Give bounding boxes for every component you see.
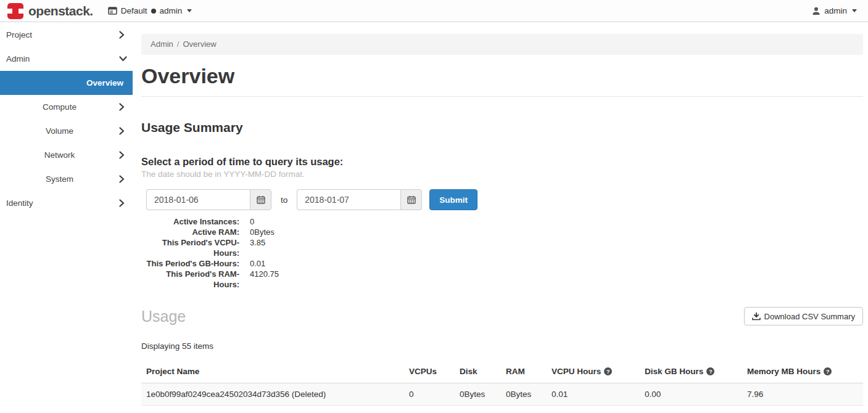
sidebar-item-identity[interactable]: Identity <box>0 191 133 215</box>
stat-value: 0.01 <box>250 258 265 269</box>
value-cell: 0Bytes <box>455 406 501 413</box>
value-cell: 0 <box>404 383 455 406</box>
value-cell: 0.00 <box>640 383 742 406</box>
value-cell: 0.49 <box>547 406 640 413</box>
calendar-icon <box>407 195 416 204</box>
stat-row: This Period's VCPU-Hours:3.85 <box>141 237 863 258</box>
value-cell: 0Bytes <box>501 383 547 406</box>
stat-label: This Period's VCPU-Hours: <box>141 237 239 258</box>
value-cell: 0 <box>404 406 455 413</box>
date-to-calendar-button[interactable] <box>400 189 422 210</box>
items-count: Displaying 55 items <box>141 341 863 351</box>
stat-value: 0 <box>250 216 254 227</box>
sidebar-item-label: Identity <box>6 198 119 208</box>
to-label: to <box>281 195 287 205</box>
usage-section-header: Usage Download CSV Summary <box>141 307 863 325</box>
download-icon <box>752 312 761 321</box>
date-period-prompt: Select a period of time to query its usa… <box>141 156 863 168</box>
breadcrumb: Admin/Overview <box>141 34 863 55</box>
table-row: bf11c5fa0f1b452db4b7741a6c33a92f (Delete… <box>141 406 863 413</box>
help-icon[interactable]: ? <box>604 367 612 375</box>
context-project: admin <box>160 6 183 15</box>
user-menu[interactable]: admin <box>812 6 861 15</box>
stat-row: Active RAM:0Bytes <box>141 227 863 237</box>
column-header-disk[interactable]: Disk <box>455 360 501 383</box>
project-name-cell: bf11c5fa0f1b452db4b7741a6c33a92f (Delete… <box>141 406 404 413</box>
value-cell: 0.01 <box>547 383 640 406</box>
column-header-disk-gb-hours[interactable]: Disk GB Hours? <box>640 360 742 383</box>
sidebar-item-system[interactable]: System <box>0 167 133 191</box>
sidebar: ProjectAdminOverviewComputeVolumeNetwork… <box>0 22 133 413</box>
sidebar-item-overview[interactable]: Overview <box>0 71 133 95</box>
help-icon[interactable]: ? <box>706 367 714 375</box>
breadcrumb-item-overview: Overview <box>183 39 216 49</box>
context-switcher[interactable]: Default admin <box>108 6 192 15</box>
download-csv-button[interactable]: Download CSV Summary <box>744 307 863 325</box>
sidebar-item-network[interactable]: Network <box>0 143 133 167</box>
chevron-right-icon <box>119 31 133 39</box>
stat-label: Active Instances: <box>141 216 239 227</box>
usage-stats: Active Instances:0Active RAM:0BytesThis … <box>141 216 863 290</box>
context-domain: Default <box>121 6 147 15</box>
column-header-ram[interactable]: RAM <box>501 360 547 383</box>
chevron-down-icon <box>119 56 133 62</box>
table-row: 1e0b0f99af0249cea24502034d73d356 (Delete… <box>141 383 863 406</box>
chevron-right-icon <box>119 103 133 111</box>
sidebar-item-label: Network <box>0 150 119 160</box>
stat-label: Active RAM: <box>141 227 239 237</box>
column-header-memory-mb-hours[interactable]: Memory MB Hours? <box>742 360 863 383</box>
stat-label: This Period's RAM-Hours: <box>141 269 239 290</box>
value-cell: 497.78 <box>742 406 863 413</box>
stat-label: This Period's GB-Hours: <box>141 258 239 269</box>
date-format-hint: The date should be in YYYY-MM-DD format. <box>141 170 863 179</box>
usage-heading: Usage <box>141 308 186 325</box>
date-from-group <box>146 189 271 210</box>
chevron-right-icon <box>119 199 133 207</box>
chevron-right-icon <box>119 175 133 183</box>
value-cell: 0Bytes <box>501 406 547 413</box>
breadcrumb-item-admin[interactable]: Admin <box>151 39 173 49</box>
caret-down-icon <box>187 9 192 12</box>
stat-value: 3.85 <box>250 237 265 258</box>
sidebar-item-project[interactable]: Project <box>0 23 133 47</box>
stat-value: 4120.75 <box>250 269 279 290</box>
date-from-calendar-button[interactable] <box>250 189 271 210</box>
chevron-right-icon <box>119 127 133 135</box>
stat-value: 0Bytes <box>250 227 275 237</box>
chevron-right-icon <box>119 151 133 159</box>
submit-button[interactable]: Submit <box>429 189 477 210</box>
value-cell: 0Bytes <box>455 383 501 406</box>
sidebar-item-label: Overview <box>0 78 133 88</box>
value-cell: 7.96 <box>742 383 863 406</box>
column-header-vcpu-hours[interactable]: VCPU Hours? <box>547 360 640 383</box>
date-to-group <box>297 189 422 210</box>
main-content: Admin/Overview Overview Usage Summary Se… <box>133 22 868 413</box>
sidebar-item-label: Admin <box>6 54 119 63</box>
sidebar-item-label: Compute <box>0 102 119 112</box>
download-csv-label: Download CSV Summary <box>764 312 855 321</box>
user-icon <box>812 7 820 15</box>
sidebar-item-admin[interactable]: Admin <box>0 47 133 71</box>
value-cell: 0.00 <box>640 406 742 413</box>
brand-text: openstack. <box>28 4 93 18</box>
top-navbar: openstack. Default admin admin <box>0 0 868 22</box>
openstack-logo-icon <box>7 3 23 19</box>
sidebar-item-label: Project <box>6 30 119 39</box>
help-icon[interactable]: ? <box>824 367 832 375</box>
breadcrumb-separator: / <box>177 39 180 49</box>
title-divider <box>141 96 863 97</box>
calendar-icon <box>257 195 265 204</box>
sidebar-item-compute[interactable]: Compute <box>0 95 133 119</box>
user-name: admin <box>824 6 847 15</box>
date-from-input[interactable] <box>146 189 250 210</box>
context-separator-dot-icon <box>151 9 156 14</box>
sidebar-item-label: Volume <box>0 126 119 136</box>
page-title: Overview <box>141 64 863 88</box>
date-to-input[interactable] <box>297 189 400 210</box>
column-header-vcpus[interactable]: VCPUs <box>404 360 455 383</box>
brand-home-link[interactable]: openstack. <box>7 3 93 19</box>
column-header-project-name[interactable]: Project Name <box>141 360 404 383</box>
stat-row: This Period's GB-Hours:0.01 <box>141 258 863 269</box>
stat-row: This Period's RAM-Hours:4120.75 <box>141 269 863 290</box>
sidebar-item-volume[interactable]: Volume <box>0 119 133 143</box>
